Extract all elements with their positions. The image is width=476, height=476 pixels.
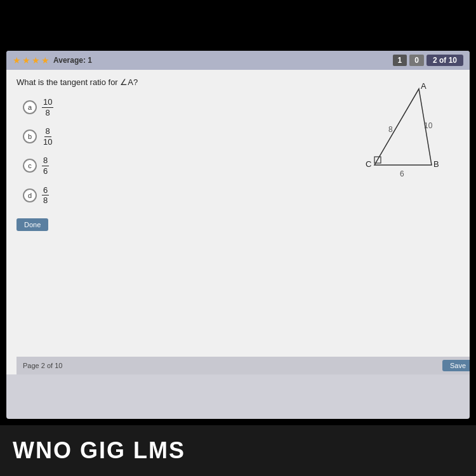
star-3: ★ bbox=[32, 55, 40, 65]
star-1: ★ bbox=[13, 55, 21, 65]
answer-a-fraction: 10 8 bbox=[42, 97, 53, 117]
triangle-svg: A B C 8 10 6 bbox=[349, 83, 451, 184]
svg-marker-0 bbox=[374, 89, 432, 165]
content-area: What is the tangent ratio for ∠A? a 10 8… bbox=[6, 70, 470, 374]
answer-d-numerator: 6 bbox=[42, 185, 49, 196]
answer-a-numerator: 10 bbox=[42, 97, 53, 108]
page-text: Page 2 of 10 bbox=[23, 362, 62, 369]
answer-d-denominator: 8 bbox=[42, 195, 49, 206]
answer-d[interactable]: d 6 8 bbox=[23, 185, 459, 206]
screen: ★ ★ ★ ★ Average: 1 1 0 2 of 10 What is t… bbox=[6, 51, 470, 419]
answer-c-numerator: 8 bbox=[42, 155, 49, 166]
done-button[interactable]: Done bbox=[17, 218, 48, 231]
bottom-area: WNO GIG LMS bbox=[0, 425, 476, 476]
bottom-text: WNO GIG LMS bbox=[13, 437, 185, 464]
side-ab-label: 10 bbox=[424, 121, 433, 130]
vertex-a-label: A bbox=[421, 83, 426, 91]
page-indicator: 2 of 10 bbox=[426, 55, 463, 66]
header-bar: ★ ★ ★ ★ Average: 1 1 0 2 of 10 bbox=[6, 51, 470, 70]
star-4: ★ bbox=[41, 55, 50, 65]
save-button[interactable]: Save bbox=[442, 360, 470, 371]
answer-b-label: b bbox=[23, 129, 37, 143]
bottom-bar: Page 2 of 10 Save bbox=[17, 357, 470, 374]
star-2: ★ bbox=[22, 55, 30, 65]
wrong-score: 0 bbox=[409, 55, 424, 66]
answer-b-denominator: 10 bbox=[42, 137, 53, 147]
average-label: Average: 1 bbox=[53, 56, 92, 65]
triangle-diagram: A B C 8 10 6 bbox=[349, 83, 451, 184]
answer-b-fraction: 8 10 bbox=[42, 126, 53, 147]
side-ac-label: 8 bbox=[388, 125, 393, 134]
answer-a-label: a bbox=[23, 100, 37, 114]
answer-c-denominator: 6 bbox=[42, 166, 49, 176]
answer-c-label: c bbox=[23, 159, 37, 173]
vertex-c-label: C bbox=[366, 159, 371, 169]
answer-a-denominator: 8 bbox=[44, 108, 51, 118]
answer-d-fraction: 6 8 bbox=[42, 185, 49, 206]
vertex-b-label: B bbox=[433, 159, 439, 169]
side-bc-label: 6 bbox=[400, 169, 404, 178]
progress-area: 1 0 2 of 10 bbox=[393, 55, 463, 66]
answer-b-numerator: 8 bbox=[44, 126, 51, 137]
answer-c-fraction: 8 6 bbox=[42, 155, 49, 176]
stars-average-area: ★ ★ ★ ★ Average: 1 bbox=[13, 55, 92, 65]
stars-display: ★ ★ ★ ★ bbox=[13, 55, 50, 65]
correct-score: 1 bbox=[393, 55, 407, 66]
answer-d-label: d bbox=[23, 188, 37, 202]
